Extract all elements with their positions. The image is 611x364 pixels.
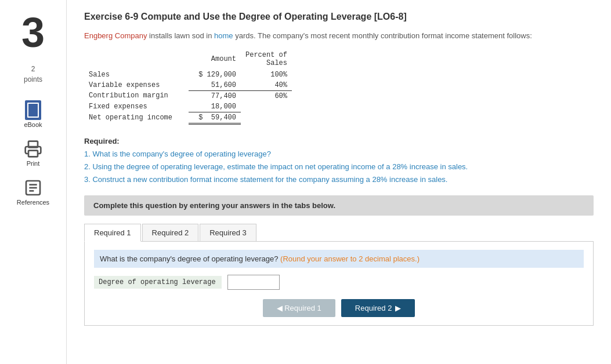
tabs-container: Required 1 Required 2 Required 3 xyxy=(84,224,594,242)
contribution-margin-percent: 60% xyxy=(241,90,292,101)
amount-header: Amount xyxy=(189,50,241,70)
complete-instruction-box: Complete this question by entering your … xyxy=(84,195,594,216)
sales-percent: 100% xyxy=(241,70,292,80)
required-item-3: 3. Construct a new contribution format i… xyxy=(84,173,594,186)
degree-leverage-input[interactable] xyxy=(227,275,280,290)
exercise-title: Exercise 6-9 Compute and Use the Degree … xyxy=(84,12,594,22)
contribution-margin-amount: 77,400 xyxy=(189,90,241,101)
tab1-question-text: What is the company's degree of operatin… xyxy=(100,254,278,263)
points-label: 2 xyxy=(31,65,35,73)
required-item-2: 2. Using the degree of operating leverag… xyxy=(84,161,594,173)
references-label: References xyxy=(17,199,49,206)
sidebar-item-print[interactable]: Print xyxy=(24,140,42,167)
net-operating-income-percent xyxy=(241,112,292,123)
sidebar-item-ebook[interactable]: eBook xyxy=(24,101,42,128)
contribution-margin-label: Contribution margin xyxy=(84,90,189,101)
sidebar-item-references[interactable]: References xyxy=(17,179,49,206)
references-icon xyxy=(24,179,42,197)
required-section: Required: 1. What is the company's degre… xyxy=(84,135,594,186)
variable-expenses-percent: 40% xyxy=(241,80,292,91)
input-row: Degree of operating leverage xyxy=(94,275,584,290)
question-number: 3 xyxy=(21,12,45,53)
sales-label: Sales xyxy=(84,70,189,80)
net-operating-income-amount: $ 59,400 xyxy=(189,112,241,123)
ebook-icon xyxy=(24,101,42,119)
print-icon xyxy=(24,140,42,158)
tab1-content: What is the company's degree of operatin… xyxy=(84,242,594,326)
chevron-left-icon: ◀ xyxy=(277,304,283,312)
svg-rect-1 xyxy=(28,151,38,157)
left-panel: 3 2 points eBook Print xyxy=(0,0,67,364)
print-label: Print xyxy=(27,160,40,167)
prev-button-label: Required 1 xyxy=(284,304,321,312)
next-button-label: Required 2 xyxy=(355,304,392,312)
degree-leverage-label: Degree of operating leverage xyxy=(94,276,222,289)
company-name: Engberg Company xyxy=(84,31,147,40)
intro-text: Engberg Company installs lawn sod in hom… xyxy=(84,30,594,42)
tab-required3[interactable]: Required 3 xyxy=(200,224,256,241)
variable-expenses-amount: 51,600 xyxy=(189,80,241,91)
nav-buttons: ◀ Required 1 Required 2 ▶ xyxy=(94,299,584,317)
required-item-1: 1. What is the company's degree of opera… xyxy=(84,148,594,161)
financial-table: Amount Percent ofSales Sales $ 129,000 1… xyxy=(84,50,292,125)
complete-instruction-text: Complete this question by entering your … xyxy=(93,201,335,210)
percent-header: Percent ofSales xyxy=(241,50,292,70)
main-content: Exercise 6-9 Compute and Use the Degree … xyxy=(67,0,611,364)
tab1-round-note: (Round your answer to 2 decimal places.) xyxy=(280,254,420,263)
required-heading: Required: xyxy=(84,137,120,145)
next-button[interactable]: Required 2 ▶ xyxy=(341,299,415,317)
fixed-expenses-percent xyxy=(241,101,292,112)
chevron-right-icon: ▶ xyxy=(395,304,401,312)
prev-button[interactable]: ◀ Required 1 xyxy=(263,299,335,317)
variable-expenses-label: Variable expenses xyxy=(84,80,189,91)
net-operating-income-label: Net operating income xyxy=(84,112,189,123)
fixed-expenses-label: Fixed expenses xyxy=(84,101,189,112)
points-unit: points xyxy=(24,75,42,83)
sales-amount: $ 129,000 xyxy=(189,70,241,80)
ebook-label: eBook xyxy=(24,121,42,128)
fixed-expenses-amount: 18,000 xyxy=(189,101,241,112)
tab-required2[interactable]: Required 2 xyxy=(142,224,199,241)
sidebar-icons: eBook Print xyxy=(17,101,49,206)
tab1-question: What is the company's degree of operatin… xyxy=(94,250,584,268)
tab-required1[interactable]: Required 1 xyxy=(84,224,141,242)
